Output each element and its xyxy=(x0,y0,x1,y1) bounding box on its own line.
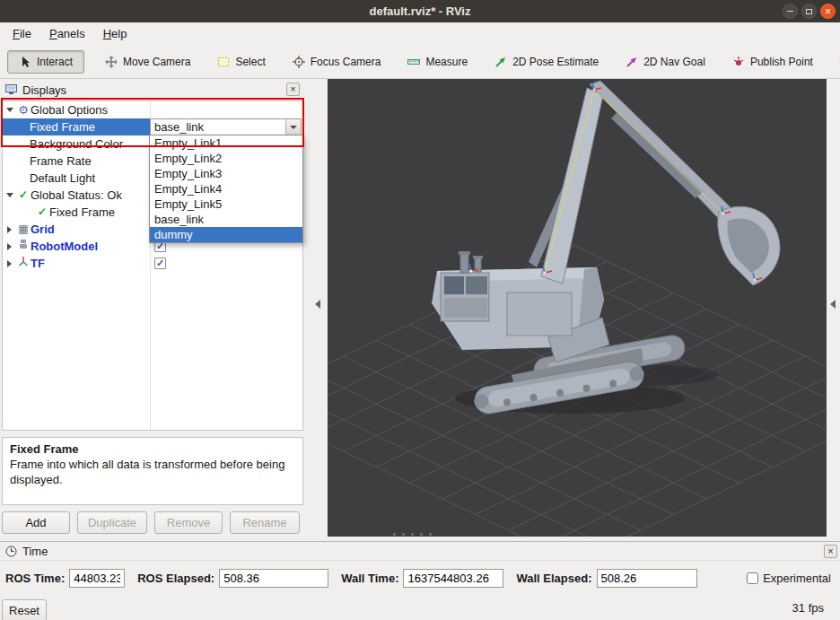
ros-time-input[interactable] xyxy=(69,569,125,588)
titlebar[interactable]: default.rviz* - RViz × xyxy=(0,0,840,22)
move-camera-label: Move Camera xyxy=(123,56,190,68)
splitter-collapse-left[interactable] xyxy=(315,300,320,309)
interact-tool-button[interactable]: Interact xyxy=(7,50,84,74)
expander-open-icon[interactable] xyxy=(3,193,16,197)
interact-label: Interact xyxy=(37,56,73,68)
fixed-frame-label: Fixed Frame xyxy=(30,120,95,134)
minimize-button[interactable] xyxy=(783,4,798,19)
menubar: File Panels Help xyxy=(0,22,840,45)
displays-close-button[interactable]: × xyxy=(286,83,300,96)
menu-panels[interactable]: Panels xyxy=(40,24,94,43)
expander-closed-icon[interactable] xyxy=(3,260,16,267)
tree-row-global-options[interactable]: Global Options xyxy=(3,101,302,118)
select-icon xyxy=(217,56,230,68)
experimental-checkbox[interactable] xyxy=(747,572,758,584)
displays-panel-title: Displays xyxy=(22,83,66,97)
tf-label: TF xyxy=(31,257,45,270)
select-tool-button[interactable]: Select xyxy=(211,50,271,74)
grid-display-icon xyxy=(16,221,31,238)
nav-goal-arrow-icon xyxy=(626,56,638,68)
nav-goal-tool-button[interactable]: 2D Nav Goal xyxy=(619,50,712,74)
ros-time-label: ROS Time: xyxy=(5,572,65,585)
default-light-label: Default Light xyxy=(30,171,95,185)
ros-elapsed-label: ROS Elapsed: xyxy=(137,572,214,585)
dropdown-option[interactable]: Empty_Link5 xyxy=(150,196,302,212)
fixed-frame-dropdown: Empty_Link1 Empty_Link2 Empty_Link3 Empt… xyxy=(149,135,303,243)
wall-elapsed-input[interactable] xyxy=(597,569,697,588)
reset-button[interactable]: Reset xyxy=(2,599,47,620)
remove-button[interactable]: Remove xyxy=(154,511,223,534)
robot-model-icon xyxy=(16,238,31,255)
gear-icon xyxy=(16,101,31,118)
nav-goal-label: 2D Nav Goal xyxy=(643,56,705,68)
dropdown-option[interactable]: Empty_Link2 xyxy=(150,151,302,166)
displays-panel-icon xyxy=(5,84,17,95)
displays-panel-header[interactable]: Displays × xyxy=(0,79,310,100)
pose-estimate-arrow-icon xyxy=(494,56,507,68)
displays-panel: Displays × Global Options Fixed Frame xyxy=(0,79,310,541)
status-ok-check-icon: ✓ xyxy=(35,204,49,221)
move-camera-icon xyxy=(105,56,118,68)
horizontal-splitter-handle[interactable] xyxy=(393,533,432,536)
dropdown-option[interactable]: Empty_Link3 xyxy=(150,166,302,181)
measure-label: Measure xyxy=(425,56,468,68)
tree-row-tf[interactable]: TF ✓ xyxy=(3,255,302,272)
dropdown-option[interactable]: Empty_Link4 xyxy=(150,181,302,196)
displays-buttons: Add Duplicate Remove Rename xyxy=(0,511,310,535)
menu-help[interactable]: Help xyxy=(94,24,136,43)
pose-estimate-label: 2D Pose Estimate xyxy=(512,56,599,68)
property-help-box: Fixed Frame Frame into which all data is… xyxy=(2,437,303,505)
background-color-label: Background Color xyxy=(30,137,123,151)
move-camera-tool-button[interactable]: Move Camera xyxy=(99,50,197,74)
minimize-icon xyxy=(787,11,793,12)
publish-point-tool-button[interactable]: Publish Point xyxy=(726,50,819,74)
publish-point-icon xyxy=(732,56,745,68)
status-ok-check-icon: ✓ xyxy=(16,187,31,204)
add-tool-button[interactable]: + xyxy=(834,56,840,68)
dropdown-option[interactable]: Empty_Link1 xyxy=(150,135,302,151)
dropdown-option-selected[interactable]: dummy xyxy=(150,227,302,242)
window-title: default.rviz* - RViz xyxy=(0,0,840,22)
focus-camera-label: Focus Camera xyxy=(311,56,381,68)
help-title: Fixed Frame xyxy=(10,442,295,458)
rename-button[interactable]: Rename xyxy=(230,511,300,534)
wall-time-label: Wall Time: xyxy=(341,572,398,585)
time-panel-close-button[interactable]: × xyxy=(824,545,837,558)
combo-dropdown-button[interactable] xyxy=(285,119,301,135)
focus-camera-icon xyxy=(293,56,305,68)
grid-label: Grid xyxy=(31,223,55,236)
chevron-down-icon xyxy=(290,126,297,129)
time-fields: ROS Time: ROS Elapsed: Wall Time: Wall E… xyxy=(0,566,840,589)
expander-open-icon[interactable] xyxy=(3,108,16,112)
wall-time-input[interactable] xyxy=(403,569,503,588)
expander-closed-icon[interactable] xyxy=(3,243,16,250)
displays-close-icon: × xyxy=(290,83,295,94)
duplicate-button[interactable]: Duplicate xyxy=(77,511,147,534)
ros-elapsed-input[interactable] xyxy=(219,569,328,588)
fps-counter: 31 fps xyxy=(792,601,824,615)
3d-viewport[interactable] xyxy=(328,79,827,537)
time-panel: Time × ROS Time: ROS Elapsed: Wall Time:… xyxy=(0,541,840,620)
global-status-label: Global Status: Ok xyxy=(31,188,122,202)
close-button[interactable]: × xyxy=(820,4,836,19)
fixed-frame-combo[interactable]: base_link xyxy=(150,118,302,135)
tree-row-fixed-frame[interactable]: Fixed Frame base_link xyxy=(3,118,302,135)
focus-camera-tool-button[interactable]: Focus Camera xyxy=(286,50,388,74)
time-panel-header[interactable]: Time × xyxy=(0,542,840,561)
expander-closed-icon[interactable] xyxy=(3,226,16,233)
close-icon: × xyxy=(827,546,833,556)
viewport-canvas xyxy=(328,79,827,537)
splitter-collapse-right[interactable] xyxy=(830,300,836,309)
maximize-button[interactable] xyxy=(801,4,817,19)
experimental-label: Experimental xyxy=(763,572,831,585)
wall-elapsed-label: Wall Elapsed: xyxy=(516,572,591,585)
toolbar: Interact Move Camera Select Focus Camera… xyxy=(0,45,840,79)
display-enabled-checkbox[interactable]: ✓ xyxy=(154,258,166,269)
right-splitter-strip[interactable] xyxy=(827,79,840,541)
pose-estimate-tool-button[interactable]: 2D Pose Estimate xyxy=(488,50,605,74)
add-button[interactable]: Add xyxy=(2,511,70,534)
rviz-window: default.rviz* - RViz × File Panels Help … xyxy=(0,0,840,620)
dropdown-option[interactable]: base_link xyxy=(150,212,302,227)
menu-file[interactable]: File xyxy=(4,24,40,43)
measure-tool-button[interactable]: Measure xyxy=(401,50,474,74)
